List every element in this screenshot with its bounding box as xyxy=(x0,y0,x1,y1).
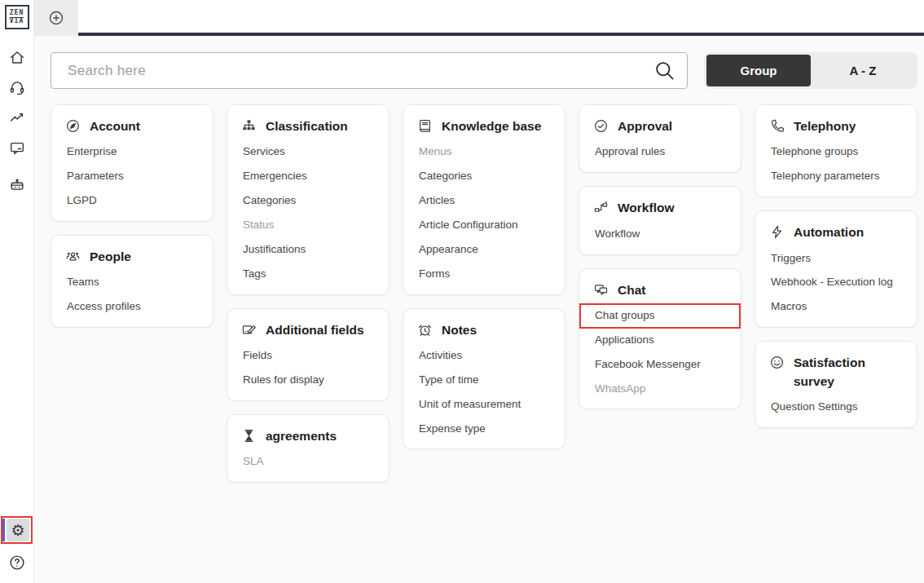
settings-link-activities[interactable]: Activities xyxy=(419,350,462,362)
settings-link-workflow[interactable]: Workflow xyxy=(595,228,640,241)
settings-link-webhook-execution-log[interactable]: Webhook - Execution log xyxy=(771,276,893,289)
card-item-list: FieldsRules for display xyxy=(241,350,375,386)
settings-link-justifications[interactable]: Justifications xyxy=(243,244,306,256)
settings-link-chat-groups[interactable]: Chat groups xyxy=(595,310,655,322)
hourglass-icon xyxy=(241,428,257,444)
left-sidebar: ZEN VIA ⚙ xyxy=(0,0,34,583)
card-title-label: agreements xyxy=(266,427,337,445)
settings-link-telephony-parameters[interactable]: Telephony parameters xyxy=(771,170,880,183)
card-title: Workflow xyxy=(593,199,727,217)
card-title: Approval xyxy=(593,117,727,135)
card-title-label: Account xyxy=(90,117,140,135)
logo-text-bottom: VIA xyxy=(10,18,24,25)
settings-link-sla[interactable]: SLA xyxy=(243,456,264,468)
home-icon[interactable] xyxy=(4,46,30,70)
card-item-list: SLA xyxy=(241,456,375,468)
edit-field-icon xyxy=(241,322,257,338)
settings-link-applications[interactable]: Applications xyxy=(595,334,654,347)
settings-link-facebook-messenger[interactable]: Facebook Messenger xyxy=(595,359,701,371)
card-people: PeopleTeamsAccess profiles xyxy=(51,235,213,328)
card-account: AccountEnterpriseParametersLGPD xyxy=(51,104,213,222)
card-title: Telephony xyxy=(769,117,903,135)
card-title: Classification xyxy=(241,117,375,135)
headset-icon[interactable] xyxy=(4,76,30,100)
settings-link-enterprise[interactable]: Enterprise xyxy=(67,146,117,158)
card-item-list: Workflow xyxy=(593,228,727,241)
settings-link-unit-of-measurement[interactable]: Unit of measurement xyxy=(419,399,521,411)
settings-link-appearance[interactable]: Appearance xyxy=(419,244,478,256)
card-title: Satisfaction survey xyxy=(769,354,903,391)
tab-bar xyxy=(34,0,924,36)
search-input[interactable] xyxy=(66,62,653,80)
search-row: Group A - Z xyxy=(51,52,917,89)
card-column-5: TelephonyTelephone groupsTelephony param… xyxy=(755,104,917,428)
card-title-label: Automation xyxy=(794,223,864,241)
toggle-az-button[interactable]: A - Z xyxy=(811,55,915,86)
settings-link-categories[interactable]: Categories xyxy=(419,170,472,183)
settings-link-article-configuration[interactable]: Article Configuration xyxy=(419,219,518,232)
card-telephony: TelephonyTelephone groupsTelephony param… xyxy=(755,104,917,197)
active-indicator xyxy=(2,519,5,541)
card-item-list: ActivitiesType of timeUnit of measuremen… xyxy=(417,350,551,435)
help-icon[interactable] xyxy=(5,550,29,575)
bot-icon[interactable] xyxy=(4,173,30,197)
settings-link-categories[interactable]: Categories xyxy=(243,195,296,207)
chat-duo-icon xyxy=(593,282,609,298)
card-column-3: Knowledge baseMenusCategoriesArticlesArt… xyxy=(403,104,565,449)
settings-link-rules-for-display[interactable]: Rules for display xyxy=(243,374,324,386)
card-satisfaction-survey: Satisfaction surveyQuestion Settings xyxy=(755,341,917,428)
card-item-list: Approval rules xyxy=(593,146,727,158)
new-tab-button[interactable] xyxy=(34,0,78,36)
card-column-2: ClassificationServicesEmergenciesCategor… xyxy=(227,104,389,483)
settings-link-macros[interactable]: Macros xyxy=(771,301,807,313)
settings-link-parameters[interactable]: Parameters xyxy=(67,170,124,183)
settings-annotation-box: ⚙ xyxy=(1,516,33,544)
chat-bubble-icon[interactable] xyxy=(4,136,30,161)
card-title: agreements xyxy=(241,427,375,445)
settings-link-whatsapp[interactable]: WhatsApp xyxy=(595,383,645,395)
card-item-list: TeamsAccess profiles xyxy=(65,276,199,313)
trend-chart-icon[interactable] xyxy=(4,106,30,130)
settings-link-triggers[interactable]: Triggers xyxy=(771,253,811,265)
settings-gear-icon[interactable]: ⚙ xyxy=(7,519,29,541)
card-title: People xyxy=(65,248,199,266)
settings-link-type-of-time[interactable]: Type of time xyxy=(419,374,479,386)
card-title-label: Approval xyxy=(618,117,672,135)
zenvia-logo[interactable]: ZEN VIA xyxy=(5,5,29,29)
alarm-clock-icon xyxy=(417,322,433,338)
toggle-group-button[interactable]: Group xyxy=(706,55,811,86)
settings-link-lgpd[interactable]: LGPD xyxy=(67,195,97,207)
book-icon xyxy=(417,118,433,134)
settings-link-fields[interactable]: Fields xyxy=(243,350,272,362)
settings-link-question-settings[interactable]: Question Settings xyxy=(771,401,858,413)
sidebar-bottom: ⚙ xyxy=(1,516,33,575)
settings-link-menus[interactable]: Menus xyxy=(419,146,452,158)
settings-link-forms[interactable]: Forms xyxy=(419,268,450,280)
app-window: ZEN VIA ⚙ xyxy=(0,0,924,583)
smiley-icon xyxy=(769,355,785,370)
settings-link-expense-type[interactable]: Expense type xyxy=(419,423,486,435)
settings-link-tags[interactable]: Tags xyxy=(243,268,266,280)
card-column-4: ApprovalApproval rulesWorkflowWorkflowCh… xyxy=(579,104,741,409)
card-classification: ClassificationServicesEmergenciesCategor… xyxy=(227,104,389,295)
search-icon[interactable] xyxy=(653,60,675,82)
card-agreements: agreementsSLA xyxy=(227,414,389,483)
settings-link-approval-rules[interactable]: Approval rules xyxy=(595,146,665,158)
card-title-label: Satisfaction survey xyxy=(794,354,903,391)
settings-link-teams[interactable]: Teams xyxy=(67,276,99,289)
settings-cards: AccountEnterpriseParametersLGPDPeopleTea… xyxy=(51,104,917,483)
card-item-list: Telephone groupsTelephony parameters xyxy=(769,146,903,183)
settings-link-access-profiles[interactable]: Access profiles xyxy=(67,301,141,313)
settings-link-services[interactable]: Services xyxy=(243,146,285,158)
card-item-list: Chat groupsApplicationsFacebook Messenge… xyxy=(593,310,727,395)
settings-link-telephone-groups[interactable]: Telephone groups xyxy=(771,146,858,158)
card-chat: ChatChat groupsApplicationsFacebook Mess… xyxy=(579,268,741,410)
settings-link-status[interactable]: Status xyxy=(243,219,274,232)
check-circle-icon xyxy=(593,118,609,134)
settings-link-articles[interactable]: Articles xyxy=(419,195,455,207)
settings-link-emergencies[interactable]: Emergencies xyxy=(243,170,307,183)
card-item-list: ServicesEmergenciesCategoriesStatusJusti… xyxy=(241,146,375,280)
settings-content: Group A - Z AccountEnterpriseParametersL… xyxy=(34,36,924,583)
card-title: Account xyxy=(65,117,199,135)
card-title: Automation xyxy=(769,223,903,241)
